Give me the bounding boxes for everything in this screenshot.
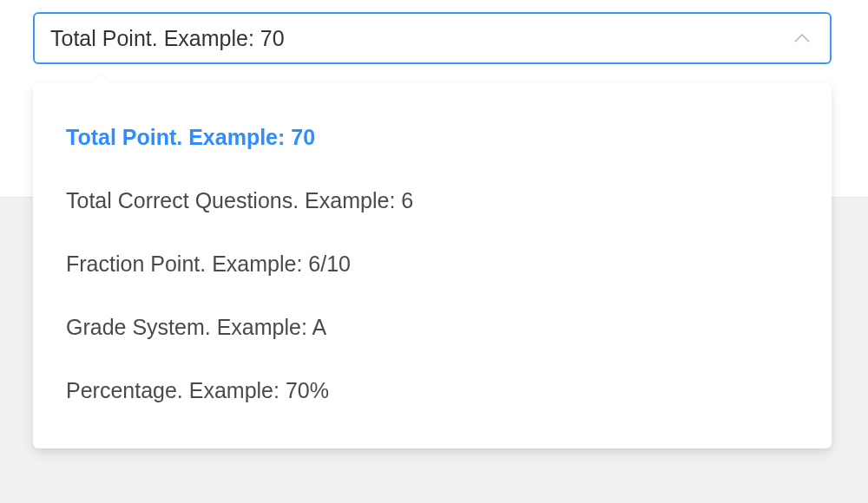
- select-value: Total Point. Example: 70: [50, 26, 793, 51]
- option-grade-system[interactable]: Grade System. Example: A: [33, 296, 832, 359]
- chevron-up-icon: [793, 33, 811, 43]
- option-total-point[interactable]: Total Point. Example: 70: [33, 106, 832, 169]
- option-fraction-point[interactable]: Fraction Point. Example: 6/10: [33, 232, 832, 296]
- select-trigger[interactable]: Total Point. Example: 70: [33, 12, 832, 64]
- grading-format-select: Total Point. Example: 70 Total Point. Ex…: [33, 12, 832, 64]
- select-dropdown: Total Point. Example: 70 Total Correct Q…: [33, 83, 832, 448]
- option-total-correct-questions[interactable]: Total Correct Questions. Example: 6: [33, 169, 832, 232]
- option-percentage[interactable]: Percentage. Example: 70%: [33, 359, 832, 422]
